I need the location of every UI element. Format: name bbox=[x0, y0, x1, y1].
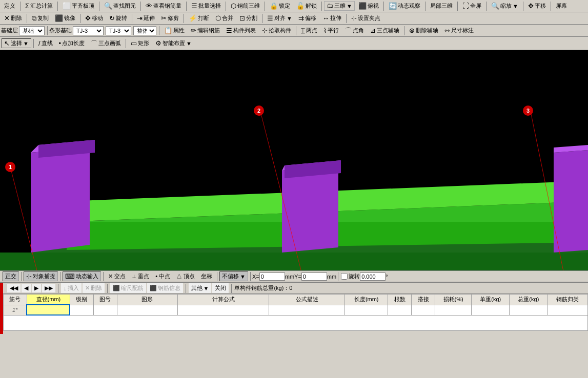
btn-select[interactable]: ↖ 选择 ▼ bbox=[2, 38, 31, 48]
btn-align[interactable]: ☰对齐 ▼ bbox=[265, 13, 295, 23]
btn-3-point-axis[interactable]: ⊿三点辅轴 bbox=[368, 26, 402, 35]
btn-screen[interactable]: 屏幕 bbox=[553, 1, 570, 11]
cell-formula[interactable] bbox=[178, 305, 269, 315]
btn-parallel[interactable]: ⌇平行 bbox=[321, 26, 341, 35]
btn-orthogonal[interactable]: 正交 bbox=[3, 271, 19, 281]
btn-vertex[interactable]: △ 顶点 bbox=[174, 271, 197, 281]
cell-length[interactable] bbox=[345, 305, 388, 315]
btn-split[interactable]: ⊡分割 bbox=[237, 13, 260, 23]
btn-total-calc[interactable]: Σ汇总计算 bbox=[23, 1, 55, 11]
btn-rect[interactable]: ▭ 矩形 bbox=[128, 38, 152, 48]
btn-nav-prev2[interactable]: ◀◀ bbox=[7, 284, 21, 292]
btn-pan[interactable]: ✥平移 bbox=[525, 1, 549, 11]
btn-intersection[interactable]: ✕ 交点 bbox=[106, 271, 128, 281]
btn-point-length[interactable]: • 点加长度 bbox=[56, 38, 88, 48]
x-input[interactable] bbox=[259, 272, 285, 281]
rotate-checkbox[interactable] bbox=[341, 273, 348, 280]
btn-define[interactable]: 定义 bbox=[2, 1, 18, 11]
btn-3-point-arc[interactable]: ⌒ 三点画弧 bbox=[88, 38, 124, 49]
btn-component-list[interactable]: ☰构件列表 bbox=[224, 26, 258, 35]
btn-find-element[interactable]: 🔍查找图元 bbox=[102, 1, 138, 11]
btn-3d[interactable]: 🗂三维 ▼ bbox=[324, 1, 355, 11]
btn-close[interactable]: 关闭 bbox=[212, 283, 229, 293]
cell-desc[interactable] bbox=[269, 305, 345, 315]
sep-bot-1 bbox=[58, 284, 58, 293]
btn-nav-next2[interactable]: ▶▶ bbox=[42, 284, 55, 292]
y-label: Y= bbox=[294, 274, 301, 280]
cell-loss[interactable] bbox=[435, 305, 472, 315]
btn-view-steel[interactable]: 👁查看钢筋量 bbox=[143, 1, 184, 11]
cell-count[interactable] bbox=[388, 305, 412, 315]
btn-set-grip[interactable]: ⊹设置夹点 bbox=[349, 13, 383, 23]
btn-nav-next1[interactable]: ▶ bbox=[32, 284, 41, 292]
btn-perpendicular[interactable]: ⊥ 垂点 bbox=[129, 271, 152, 281]
rotate-input[interactable] bbox=[360, 272, 386, 281]
btn-copy[interactable]: ⧉复制 bbox=[29, 13, 51, 24]
cell-diameter[interactable] bbox=[27, 305, 70, 315]
type-select[interactable]: TJ-3 bbox=[73, 26, 104, 35]
btn-offset[interactable]: ⇉偏移 bbox=[296, 13, 319, 23]
cell-unit-w[interactable] bbox=[472, 305, 510, 315]
btn-zoom[interactable]: 🔍缩放 ▼ bbox=[489, 1, 521, 11]
btn-stretch[interactable]: ↔拉伸 bbox=[320, 13, 344, 23]
steel-table-container[interactable]: 筋号 直径(mm) 级别 图号 图形 计算公式 公式描述 长度(mm) 根数 搭… bbox=[3, 294, 588, 331]
btn-del-axis[interactable]: ⊗删除辅轴 bbox=[407, 26, 441, 35]
btn-rotate[interactable]: ↻旋转 bbox=[107, 13, 130, 23]
btn-smart-place[interactable]: ⚙ 智能布置 ▼ bbox=[153, 38, 194, 48]
btn-batch-select[interactable]: ☰批量选择 bbox=[189, 1, 224, 11]
cell-total-w[interactable] bbox=[510, 305, 548, 315]
btn-coordinate[interactable]: 坐标 bbox=[198, 271, 215, 281]
btn-dynamic-input[interactable]: ⌨ 动态输入 bbox=[63, 271, 101, 281]
svg-marker-12 bbox=[554, 150, 588, 253]
svg-marker-9 bbox=[282, 165, 338, 253]
btn-line[interactable]: / 直线 bbox=[36, 38, 55, 48]
btn-midpoint[interactable]: • 中点 bbox=[153, 271, 173, 281]
btn-scale-config[interactable]: ⬛ 缩尺配筋 bbox=[110, 283, 146, 293]
btn-delete-row[interactable]: ✕ 删除 bbox=[83, 283, 105, 293]
cell-category[interactable] bbox=[548, 305, 588, 315]
btn-dynamic-observe[interactable]: 🔄动态观察 bbox=[386, 1, 423, 11]
btn-two-point[interactable]: ⌶两点 bbox=[298, 26, 320, 35]
badge-3-top: 3 bbox=[523, 106, 533, 116]
sep-t2-1 bbox=[27, 14, 27, 23]
btn-properties[interactable]: 📋属性 bbox=[161, 26, 187, 35]
btn-top-view[interactable]: ⬛俯视 bbox=[356, 1, 381, 11]
btn-nav-prev1[interactable]: ◀ bbox=[22, 284, 31, 292]
btn-insert-row[interactable]: ↓ 插入 bbox=[61, 283, 82, 293]
table-row[interactable]: 1* bbox=[4, 305, 588, 315]
y-input[interactable] bbox=[301, 272, 327, 281]
btn-dimension[interactable]: ⇿尺寸标注 bbox=[442, 26, 476, 35]
btn-delete[interactable]: ✕删除 bbox=[2, 13, 25, 23]
cell-overlap[interactable] bbox=[412, 305, 435, 315]
btn-object-snap[interactable]: ⊹ 对象捕捉 bbox=[24, 271, 58, 281]
btn-mirror[interactable]: ⬛镜像 bbox=[52, 13, 78, 23]
btn-trim[interactable]: ✂修剪 bbox=[158, 13, 181, 23]
btn-point-angle[interactable]: ⌒点角 bbox=[342, 25, 367, 36]
col-header-shape: 图形 bbox=[117, 295, 178, 305]
btn-extend[interactable]: ⇥延伸 bbox=[134, 13, 157, 23]
btn-steel-3d[interactable]: ⬡钢筋三维 bbox=[228, 1, 262, 11]
btn-lock[interactable]: 🔒锁定 bbox=[267, 1, 293, 11]
btn-pick-component[interactable]: ⊹拾取构件 bbox=[259, 26, 294, 35]
range-select[interactable]: 整体 bbox=[133, 26, 156, 35]
btn-align-top[interactable]: ⬜平齐板顶 bbox=[60, 1, 97, 11]
viewport-3d[interactable]: B X Y 1 2 3 bbox=[0, 50, 588, 270]
btn-move[interactable]: ✥移动 bbox=[83, 13, 106, 23]
btn-break[interactable]: ⚡打断 bbox=[186, 13, 212, 23]
btn-merge[interactable]: ⬡合并 bbox=[213, 13, 236, 23]
cell-fig-no[interactable] bbox=[93, 305, 117, 315]
btn-steel-info[interactable]: ⬛ 钢筋信息 bbox=[147, 283, 183, 293]
btn-edit-steel[interactable]: ✏编辑钢筋 bbox=[188, 26, 222, 35]
btn-other[interactable]: 其他 ▼ bbox=[189, 283, 212, 293]
type-id-select[interactable]: TJ-3 bbox=[106, 26, 131, 35]
cell-jin-hao[interactable]: 1* bbox=[4, 305, 27, 315]
btn-fullscreen[interactable]: ⛶全屏 bbox=[460, 1, 484, 11]
cell-grade[interactable] bbox=[70, 305, 93, 315]
btn-unlock[interactable]: 🔓解锁 bbox=[294, 1, 319, 11]
steel-table: 筋号 直径(mm) 级别 图号 图形 计算公式 公式描述 长度(mm) 根数 搭… bbox=[3, 294, 588, 331]
btn-local-3d[interactable]: 局部三维 bbox=[428, 1, 455, 11]
btn-no-offset[interactable]: 不偏移 ▼ bbox=[219, 271, 248, 281]
layer-select[interactable]: 基础 bbox=[19, 26, 45, 35]
cell-shape[interactable] bbox=[117, 305, 178, 315]
sep-11 bbox=[457, 2, 458, 11]
